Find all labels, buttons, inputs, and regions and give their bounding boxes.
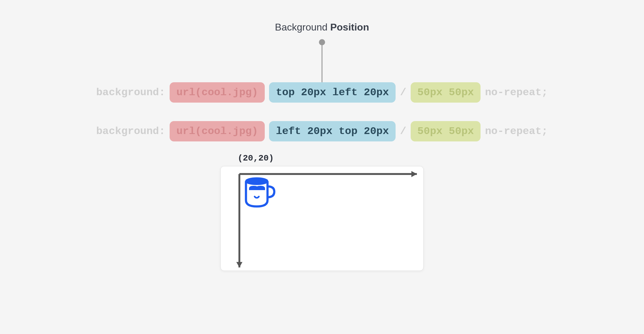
connector [0,39,644,82]
coordinate-label: (20,20) [238,153,274,163]
diagram-container: Background Position background: url(cool… [0,0,644,334]
title-bold: Position [330,22,369,33]
connector-line [322,42,323,82]
background-image-token: url(cool.jpg) [170,121,265,141]
svg-marker-3 [236,262,243,267]
separator: / [400,125,406,137]
background-repeat-token: no-repeat; [485,87,548,98]
diagram-title: Background Position [275,22,369,33]
background-position-token: left 20px top 20px [269,121,396,141]
background-repeat-token: no-repeat; [485,125,548,137]
background-position-token: top 20px left 20px [269,82,396,103]
background-size-token: 50px 50px [411,82,481,103]
css-property: background: [96,87,165,98]
code-line-1: background: url(cool.jpg) top 20px left … [96,82,548,103]
code-line-2: background: url(cool.jpg) left 20px top … [96,121,548,141]
svg-marker-1 [411,171,417,177]
title-prefix: Background [275,22,330,33]
separator: / [400,87,406,98]
mug-icon [243,176,277,210]
code-examples: background: url(cool.jpg) top 20px left … [96,82,548,141]
css-property: background: [96,125,165,137]
background-image-token: url(cool.jpg) [170,82,265,103]
visual-example-box: (20,20) [220,166,424,271]
background-size-token: 50px 50px [411,121,481,141]
